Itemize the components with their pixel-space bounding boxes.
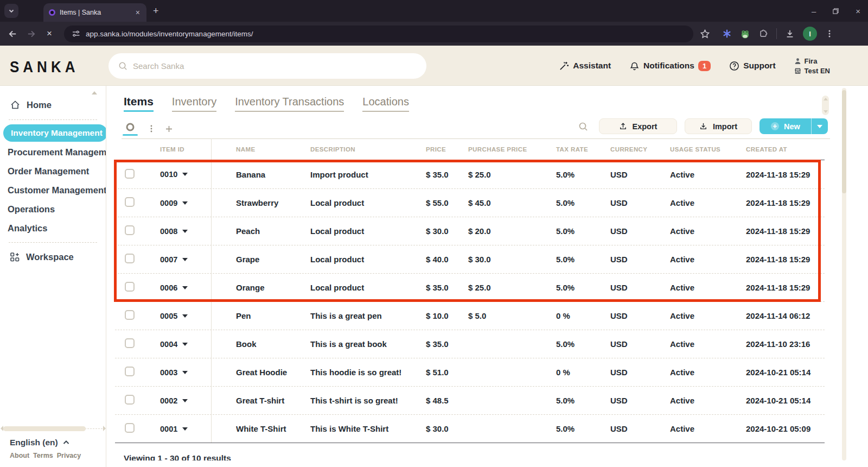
scrollbar-thumb[interactable]	[3, 426, 86, 431]
table-search-button[interactable]	[578, 122, 588, 131]
import-icon	[699, 122, 707, 130]
export-button[interactable]: Export	[599, 118, 677, 134]
table-tools: Export Import New	[578, 118, 828, 134]
sidebar-scroll-up-icon[interactable]	[92, 91, 97, 94]
scrollbar-thumb[interactable]	[842, 90, 846, 193]
sidebar-item-inventory-management[interactable]: Inventory Management	[3, 124, 106, 142]
about-link[interactable]: About	[10, 452, 29, 459]
row-expand-caret-icon[interactable]	[182, 201, 188, 205]
row-checkbox[interactable]	[125, 423, 135, 433]
back-button[interactable]	[3, 24, 22, 43]
view-tab-circle[interactable]	[123, 122, 138, 136]
tab-items[interactable]: Items	[124, 95, 154, 112]
table-row[interactable]: 0002 Great T-shirt This t-shirt is so gr…	[115, 386, 825, 414]
scroll-right-icon[interactable]	[103, 426, 106, 431]
item-currency: USD	[610, 311, 670, 320]
downloads-button[interactable]	[785, 29, 795, 39]
row-checkbox[interactable]	[125, 338, 135, 348]
sidebar-item-workspace[interactable]: Workspace	[0, 247, 106, 267]
sidebar-item-home[interactable]: Home	[0, 94, 106, 115]
window-minimize-button[interactable]: –	[812, 7, 816, 16]
global-search[interactable]	[108, 53, 426, 79]
table-row[interactable]: 0007 Grape Local product $ 40.0 $ 30.0 5…	[115, 245, 825, 273]
scroll-up-icon[interactable]	[824, 98, 828, 100]
row-expand-caret-icon[interactable]	[182, 343, 188, 346]
address-bar[interactable]: app.sanka.io/modules/inventorymanagement…	[64, 26, 693, 42]
notifications-button[interactable]: Notifications 1	[629, 61, 711, 71]
forward-button[interactable]	[22, 24, 40, 43]
browser-toolbar: × app.sanka.io/modules/inventorymanageme…	[0, 22, 868, 46]
browser-profile-avatar[interactable]: I	[803, 27, 817, 41]
view-options-button[interactable]	[148, 124, 155, 133]
search-input[interactable]	[133, 61, 417, 71]
new-dropdown-button[interactable]	[812, 118, 828, 134]
new-button[interactable]: New	[760, 118, 828, 134]
item-currency: USD	[610, 170, 670, 179]
item-id: 0004	[160, 340, 177, 349]
sanka-logo[interactable]: SANKA	[10, 58, 79, 77]
tab-search-button[interactable]	[4, 4, 18, 18]
row-expand-caret-icon[interactable]	[182, 371, 188, 374]
row-checkbox[interactable]	[125, 197, 135, 207]
table-row[interactable]: 0006 Orange Local product $ 35.0 $ 25.0 …	[115, 273, 825, 301]
row-checkbox[interactable]	[125, 225, 135, 235]
stop-loading-button[interactable]: ×	[40, 24, 59, 43]
extension-frog-icon[interactable]	[740, 29, 750, 39]
mini-scroll-widget[interactable]	[822, 96, 829, 115]
tab-inventory-transactions[interactable]: Inventory Transactions	[235, 96, 344, 112]
row-expand-caret-icon[interactable]	[182, 258, 188, 261]
view-bar	[123, 121, 173, 137]
browser-menu-button[interactable]	[825, 29, 834, 38]
add-view-button[interactable]	[165, 125, 173, 133]
table-row[interactable]: 0009 Strawberry Local product $ 55.0 $ 4…	[115, 188, 825, 217]
row-checkbox[interactable]	[125, 169, 135, 179]
row-expand-caret-icon[interactable]	[182, 399, 188, 402]
table-row[interactable]: 0004 Book This is a great book $ 35.0 5.…	[115, 330, 825, 358]
item-description: This is a great pen	[310, 311, 426, 320]
tab-inventory[interactable]: Inventory	[172, 96, 216, 112]
terms-link[interactable]: Terms	[33, 452, 53, 459]
extension-burst-icon[interactable]	[722, 29, 732, 39]
bookmark-star-button[interactable]	[700, 29, 710, 39]
sidebar-item-operations[interactable]: Operations	[0, 200, 106, 219]
table-row[interactable]: 0005 Pen This is a great pen $ 10.0 $ 5.…	[115, 301, 825, 330]
row-expand-caret-icon[interactable]	[182, 314, 188, 318]
row-checkbox[interactable]	[125, 254, 135, 263]
row-checkbox[interactable]	[125, 395, 135, 405]
tab-locations[interactable]: Locations	[362, 96, 409, 112]
user-menu[interactable]: Fira Test EN	[794, 57, 830, 75]
window-restore-button[interactable]	[832, 8, 839, 15]
vertical-scrollbar[interactable]	[842, 88, 846, 460]
item-name: Peach	[236, 226, 310, 236]
row-expand-caret-icon[interactable]	[182, 427, 188, 431]
import-button[interactable]: Import	[685, 118, 752, 134]
item-price: $ 35.0	[426, 339, 468, 349]
browser-tab[interactable]: Items | Sanka ×	[43, 3, 146, 22]
row-expand-caret-icon[interactable]	[182, 286, 188, 289]
support-button[interactable]: Support	[729, 61, 775, 71]
table-row[interactable]: 0008 Peach Local product $ 30.0 $ 20.0 5…	[115, 217, 825, 245]
row-expand-caret-icon[interactable]	[182, 230, 188, 233]
language-selector[interactable]: English (en)	[0, 429, 106, 451]
window-close-button[interactable]: ×	[856, 7, 860, 16]
new-tab-button[interactable]: +	[153, 6, 159, 16]
sidebar-horizontal-scrollbar[interactable]	[1, 428, 105, 429]
row-checkbox[interactable]	[125, 282, 135, 292]
sidebar-item-customer-management[interactable]: Customer Management	[0, 181, 106, 200]
scroll-down-icon[interactable]	[824, 110, 828, 113]
row-checkbox[interactable]	[125, 367, 135, 376]
extensions-puzzle-icon[interactable]	[758, 29, 768, 39]
row-checkbox[interactable]	[125, 310, 135, 320]
new-label: New	[784, 122, 800, 131]
sidebar-item-procurement-management[interactable]: Procurement Management	[0, 143, 106, 162]
table-row[interactable]: 0001 White T-Shirt This is White T-Shirt…	[115, 414, 825, 443]
sidebar-item-order-management[interactable]: Order Management	[0, 162, 106, 181]
tab-close-icon[interactable]: ×	[135, 8, 141, 17]
privacy-link[interactable]: Privacy	[57, 452, 81, 459]
row-expand-caret-icon[interactable]	[182, 173, 188, 176]
item-usage-status: Active	[670, 170, 746, 179]
assistant-button[interactable]: Assistant	[559, 61, 611, 71]
table-row[interactable]: 0010 Banana Import product $ 35.0 $ 25.0…	[115, 160, 825, 188]
table-row[interactable]: 0003 Great Hoodie This hoodie is so grea…	[115, 358, 825, 386]
sidebar-item-analytics[interactable]: Analytics	[0, 219, 106, 238]
